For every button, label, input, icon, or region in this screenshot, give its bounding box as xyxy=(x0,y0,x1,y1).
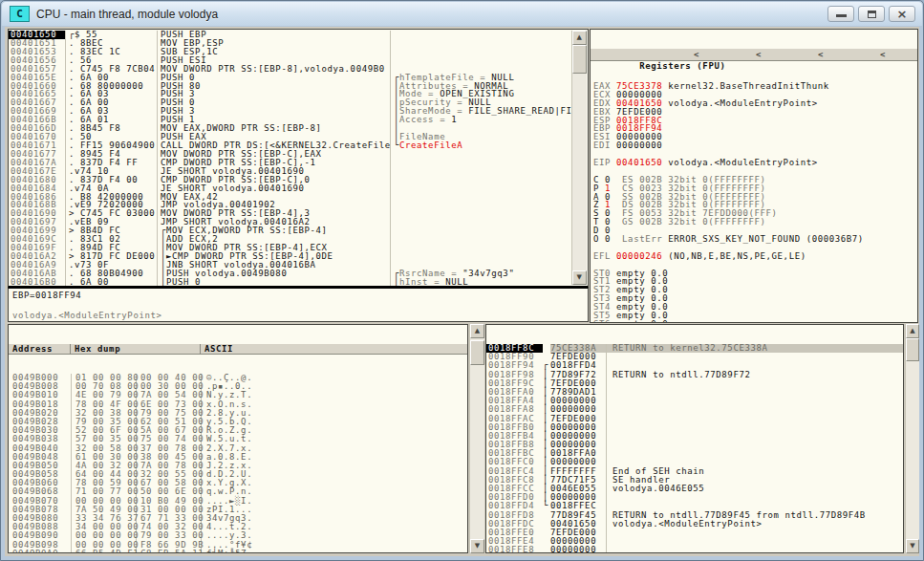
disasm-row[interactable]: 00401670. 50PUSH EAX│FileName xyxy=(9,133,571,141)
stack-row[interactable]: 0018FFD4└0018FFEC xyxy=(486,502,903,510)
scrollbar-thumb[interactable] xyxy=(470,340,484,365)
disasm-row[interactable]: 004016A9.v73 0F│JNB SHORT volodya.004016… xyxy=(9,261,571,270)
stack-row[interactable]: 0018FFE07EFDE000 xyxy=(486,529,903,537)
collapse-marker-icon[interactable]: < xyxy=(880,49,886,60)
comment-cell xyxy=(607,458,903,466)
disasm-row[interactable]: 00401680. 837D F4 00CMP DWORD PTR SS:[EB… xyxy=(9,176,571,184)
stack-scrollbar[interactable]: ▲ ▼ xyxy=(905,324,919,553)
disasm-row[interactable]: 00401669. 6A 03PUSH 3│ShareMode = FILE_S… xyxy=(9,107,571,116)
stack-pane[interactable]: 0018FF8C75CE338ARETURN to kernel32.75CE3… xyxy=(485,324,904,553)
stack-row[interactable]: 0018FF9C│7EFDE000 xyxy=(486,379,903,388)
disasm-row[interactable]: 00401656. 56PUSH ESI xyxy=(9,56,571,65)
disasm-row[interactable]: 00401660. 68 80000000PUSH 80│Attributes … xyxy=(9,82,571,91)
collapse-marker-icon[interactable]: < xyxy=(756,49,762,60)
register-line[interactable]: EDI 00000000 xyxy=(593,141,917,150)
stack-row[interactable]: 0018FF98│77D89F72RETURN to ntdll.77D89F7… xyxy=(486,371,903,379)
disasm-row[interactable]: 00401653. 83EC 1CSUB ESP,1C xyxy=(9,48,571,56)
disasm-row[interactable]: 00401671. FF15 90604900CALL DWORD PTR DS… xyxy=(9,141,571,150)
register-line[interactable]: O 0 LastErr ERROR_SXS_KEY_NOT_FOUND (000… xyxy=(593,235,917,244)
text-segment: (NO,NB,E,BE,NS,PE,GE,LE) xyxy=(662,251,806,261)
disasm-row[interactable]: 0040166B. 6A 01PUSH 1│Access = 1 xyxy=(9,116,571,124)
text-segment: Attributes = xyxy=(399,82,474,91)
disasm-row[interactable]: 00401686. B8 42000000MOV EAX,42 xyxy=(9,193,571,202)
stack-row[interactable]: 0018FF8C75CE338ARETURN to kernel32.75CE3… xyxy=(486,344,903,353)
disasm-row[interactable]: 0040169C. 83C1 02│ADD ECX,2 xyxy=(9,235,571,244)
stack-row[interactable]: 0018FFD0│00000000 xyxy=(486,493,903,502)
stack-row[interactable]: 0018FFDC00401650volodya.<ModuleEntryPoin… xyxy=(486,520,903,529)
stack-row[interactable]: 0018FFB0│00000000 xyxy=(486,423,903,432)
scroll-up-icon[interactable]: ▲ xyxy=(470,324,484,338)
stack-row[interactable]: 0018FF94┌0018FFD4 xyxy=(486,361,903,370)
disasm-row[interactable]: 004016AB. 68 80B04900│PUSH volodya.0049B… xyxy=(9,270,571,278)
restore-button[interactable] xyxy=(858,6,885,22)
disasm-row[interactable]: 00401677. 8945 F4MOV DWORD PTR SS:[EBP-C… xyxy=(9,150,571,159)
registers-header[interactable]: Registers (FPU) < < < < xyxy=(591,49,917,61)
disasm-row[interactable]: 004016A2> 817D FC DE000│►CMP DWORD PTR S… xyxy=(9,252,571,261)
stack-row[interactable]: 0018FFBC│0018FFA0 xyxy=(486,449,903,458)
register-line[interactable]: ST6 empty 0.0 xyxy=(593,320,917,323)
stack-row[interactable]: 0018FFE800000000 xyxy=(486,546,903,553)
comment-cell: │Attributes = NORMAL xyxy=(390,82,571,91)
scroll-up-icon[interactable]: ▲ xyxy=(572,31,587,45)
close-button[interactable]: × xyxy=(889,6,915,22)
comment-cell xyxy=(607,529,903,537)
disassembly-scrollbar[interactable]: ▲ ▼ xyxy=(571,31,587,285)
collapse-marker-icon[interactable]: < xyxy=(694,49,699,60)
stack-row[interactable]: 0018FFC4│FFFFFFFFEnd of SEH chain xyxy=(486,467,903,476)
address-cell: 0040166D xyxy=(9,124,65,133)
disasm-row[interactable]: 0040169F. 894D FC│MOV DWORD PTR SS:[EBP-… xyxy=(9,244,571,252)
disasm-row[interactable]: 00401684.v74 0AJE SHORT volodya.00401690 xyxy=(9,184,571,193)
dump-row[interactable]: 0049B0A066 B5 4D F1C8 EB 5A 11f╡M±╚δZ◄ xyxy=(9,550,467,553)
disasm-row[interactable]: 00401667. 6A 00PUSH 0│pSecurity = NULL xyxy=(9,98,571,107)
stack-row[interactable]: 0018FFC8│77DC71F5SE handler xyxy=(486,476,903,485)
disasm-row[interactable]: 00401665. 6A 03PUSH 3│Mode = OPEN_EXISTI… xyxy=(9,90,571,98)
disasm-row[interactable]: 0040168B.vE9 72020000JMP volodya.0040190… xyxy=(9,201,571,209)
disasm-row[interactable]: 0040167A. 837D F4 FFCMP DWORD PTR SS:[EB… xyxy=(9,159,571,167)
registers-pane[interactable]: Registers (FPU) < < < < EAX 75CE3378 ker… xyxy=(590,29,918,323)
comment-cell xyxy=(390,48,571,56)
instruction-cell: MOV EBP,ESP xyxy=(157,39,390,48)
info-pane[interactable]: EBP=0018FF94 volodya.<ModuleEntryPoint> xyxy=(8,288,589,322)
hex-dump-pane[interactable]: Address Hex dump ASCII 0049B00001 00 00 … xyxy=(8,324,468,553)
stack-row[interactable]: 0018FFA8│00000000 xyxy=(486,405,903,414)
disasm-row[interactable]: 00401651. 8BECMOV EBP,ESP xyxy=(9,39,571,48)
scroll-down-icon[interactable]: ▼ xyxy=(906,539,919,553)
scroll-down-icon[interactable]: ▼ xyxy=(572,270,587,285)
dump-scrollbar[interactable]: ▲ ▼ xyxy=(469,324,484,553)
disasm-row[interactable]: 0040166D. 8B45 F8MOV EAX,DWORD PTR SS:[E… xyxy=(9,124,571,133)
stack-row[interactable]: 0018FFB8│00000000 xyxy=(486,441,903,449)
stack-row[interactable]: 0018FFA4│00000000 xyxy=(486,397,903,405)
register-line[interactable]: EIP 00401650 volodya.<ModuleEntryPoint> xyxy=(593,159,917,167)
stack-row[interactable]: 0018FFD877D89F45RETURN to ntdll.77D89F45… xyxy=(486,511,903,520)
text-segment: "34v7gq3" xyxy=(462,270,514,278)
dump-header-hex[interactable]: Hex dump xyxy=(71,344,201,355)
stack-row[interactable]: 0018FFCC│0046E055volodya.0046E055 xyxy=(486,485,903,493)
titlebar[interactable]: C CPU - main thread, module volodya × xyxy=(2,2,922,26)
address-cell: 00401657 xyxy=(9,65,65,74)
disasm-row[interactable]: 0040165E. 6A 00PUSH 0┌hTemplateFile = NU… xyxy=(9,74,571,82)
stack-row[interactable]: 0018FFAC│7EFDE000 xyxy=(486,415,903,423)
disasm-row[interactable]: 0040167E.v74 10JE SHORT volodya.00401690 xyxy=(9,167,571,176)
stack-row[interactable]: 0018FFC0│00000000 xyxy=(486,458,903,466)
disasm-row[interactable]: 00401657. C745 F8 7CB04MOV DWORD PTR SS:… xyxy=(9,65,571,74)
stack-row[interactable]: 0018FFE400000000 xyxy=(486,537,903,546)
collapse-marker-icon[interactable]: < xyxy=(818,49,824,60)
disasm-row[interactable]: 00401650┌$ 55PUSH EBP xyxy=(9,31,571,39)
disasm-row[interactable]: 00401699> 8B4D FC┌MOV ECX,DWORD PTR SS:[… xyxy=(9,227,571,235)
stack-row[interactable]: 0018FFB4│00000000 xyxy=(486,432,903,441)
scrollbar-thumb[interactable] xyxy=(572,45,587,74)
dump-header-ascii[interactable]: ASCII xyxy=(201,344,467,355)
scrollbar-thumb[interactable] xyxy=(906,338,919,361)
disasm-row[interactable]: 00401690> C745 FC 03000MOV DWORD PTR SS:… xyxy=(9,209,571,218)
register-line[interactable]: T 0 GS 002B 32bit 0(FFFFFFFF) xyxy=(593,218,917,227)
stack-row[interactable]: 0018FF907EFDE000 xyxy=(486,353,903,361)
disasm-row[interactable]: 004016B0. 6A 00│PUSH 0│hInst = NULL xyxy=(9,278,571,286)
scroll-down-icon[interactable]: ▼ xyxy=(470,539,484,553)
stack-row[interactable]: 0018FFA0│7789DAD1 xyxy=(486,388,903,397)
dump-header-address[interactable]: Address xyxy=(9,344,71,355)
disasm-row[interactable]: 00401697.vEB 09JMP SHORT volodya.004016A… xyxy=(9,218,571,227)
minimize-button[interactable] xyxy=(827,6,854,22)
register-line[interactable]: EFL 00000246 (NO,NB,E,BE,NS,PE,GE,LE) xyxy=(593,252,917,261)
disassembly-pane[interactable]: 00401650┌$ 55PUSH EBP00401651. 8BECMOV E… xyxy=(8,29,589,288)
scroll-up-icon[interactable]: ▲ xyxy=(906,324,919,338)
